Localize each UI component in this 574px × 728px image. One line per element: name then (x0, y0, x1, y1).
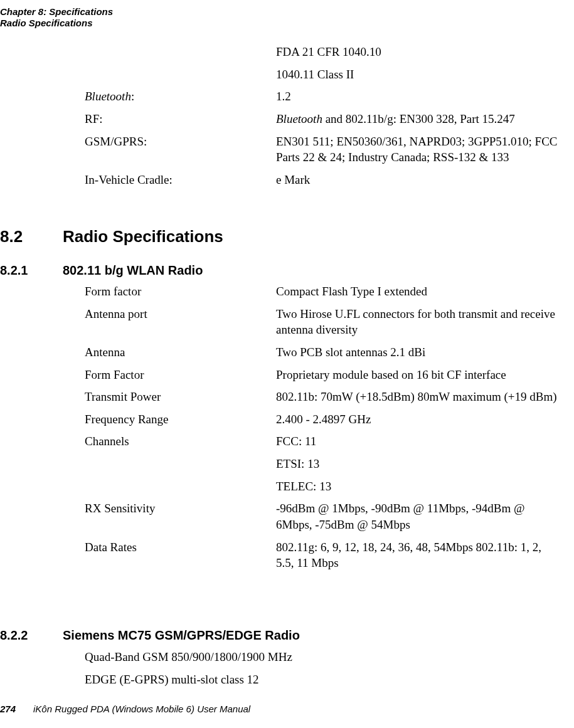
spec-label-cradle: In-Vehicle Cradle: (85, 172, 276, 188)
spec-val-rf-italic: Bluetooth (276, 112, 322, 125)
page-footer-title: iKôn Rugged PDA (Windows Mobile 6) User … (33, 704, 250, 714)
heading-8-2-1-number: 8.2.1 (0, 262, 28, 279)
sec-8-2-2-body: Quad-Band GSM 850/900/1800/1900 MHz EDGE… (85, 649, 561, 694)
top-spec-block: FDA 21 CFR 1040.10 1040.11 Class II Blue… (85, 44, 561, 194)
spec-val-fda1: FDA 21 CFR 1040.10 (276, 44, 561, 60)
spec-val: FCC: 11 (276, 433, 561, 450)
spec-val-bluetooth: 1.2 (276, 88, 561, 105)
spec-val-fda2: 1040.11 Class II (276, 66, 561, 83)
heading-8-2-title: Radio Specifications (63, 226, 223, 248)
spec-val-rf: Bluetooth and 802.11b/g: EN300 328, Part… (276, 111, 561, 127)
heading-8-2-1-title: 802.11 b/g WLAN Radio (63, 262, 203, 279)
spec-val: TELEC: 13 (276, 478, 561, 495)
spec-label: Data Rates (85, 539, 276, 556)
spec-val: Compact Flash Type I extended (276, 283, 561, 300)
spec-label: Form Factor (85, 367, 276, 383)
spec-val: ETSI: 13 (276, 456, 561, 472)
spec-val: Two Hirose U.FL connectors for both tran… (276, 306, 561, 338)
heading-8-2-number: 8.2 (0, 226, 23, 248)
spec-val: 802.11b: 70mW (+18.5dBm) 80mW maximum (+… (276, 389, 561, 405)
spec-val-gsm: EN301 511; EN50360/361, NAPRD03; 3GPP51.… (276, 134, 561, 166)
sec-8-2-2-line1: Quad-Band GSM 850/900/1800/1900 MHz (85, 649, 292, 665)
spec-label-bluetooth-colon: : (131, 90, 134, 103)
sec-8-2-2-line2: EDGE (E-GPRS) multi-slot class 12 (85, 672, 259, 688)
spec-val: 802.11g: 6, 9, 12, 18, 24, 36, 48, 54Mbp… (276, 539, 561, 571)
page-footer: 274iKôn Rugged PDA (Windows Mobile 6) Us… (0, 703, 250, 715)
spec-label: Transmit Power (85, 389, 276, 405)
spec-label: Antenna port (85, 306, 276, 322)
spec-val: 2.400 - 2.4897 GHz (276, 411, 561, 428)
spec-val-cradle: e Mark (276, 172, 561, 188)
spec-label: Antenna (85, 344, 276, 361)
spec-label-bluetooth-italic: Bluetooth (85, 90, 131, 103)
spec-val-rf-rest: and 802.11b/g: EN300 328, Part 15.247 (322, 112, 515, 125)
running-header: Chapter 8: Specifications Radio Specific… (0, 6, 113, 29)
running-header-line1: Chapter 8: Specifications (0, 6, 113, 18)
spec-label: RX Sensitivity (85, 500, 276, 517)
sec-8-2-1-body: Form factor Compact Flash Type I extende… (85, 283, 561, 578)
spec-label-rf: RF: (85, 111, 276, 127)
spec-label: Channels (85, 433, 276, 450)
spec-val: Two PCB slot antennas 2.1 dBi (276, 344, 561, 361)
page-number: 274 (0, 704, 16, 714)
spec-val: -96dBm @ 1Mbps, -90dBm @ 11Mbps, -94dBm … (276, 500, 561, 532)
heading-8-2-2-title: Siemens MC75 GSM/GPRS/EDGE Radio (63, 627, 300, 644)
spec-label: Form factor (85, 283, 276, 300)
spec-label-gsm: GSM/GPRS: (85, 134, 276, 150)
heading-8-2-2-number: 8.2.2 (0, 627, 28, 644)
spec-label: Frequency Range (85, 411, 276, 428)
spec-val: Proprietary module based on 16 bit CF in… (276, 367, 561, 383)
running-header-line2: Radio Specifications (0, 18, 113, 29)
spec-label-bluetooth: Bluetooth: (85, 88, 276, 105)
